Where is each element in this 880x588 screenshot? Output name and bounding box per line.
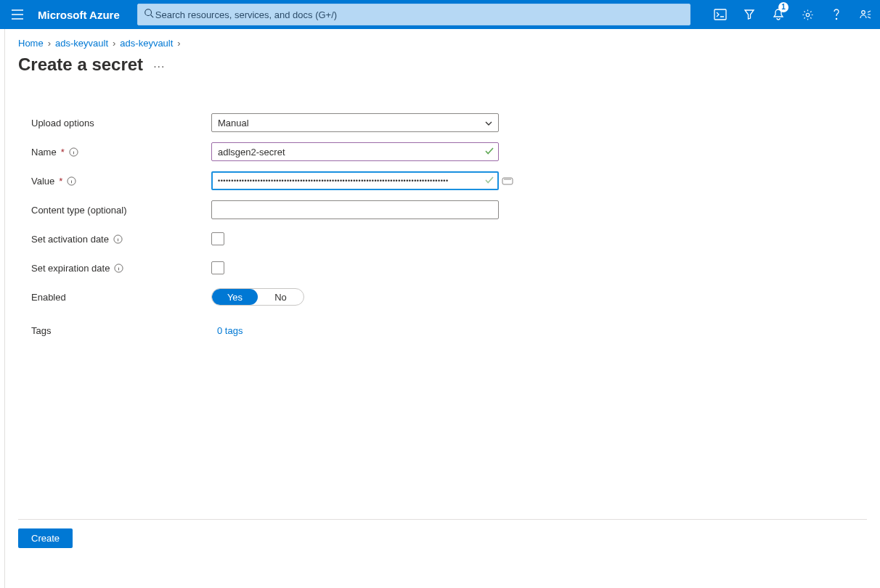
enabled-label: Enabled [31, 292, 66, 303]
breadcrumb-home[interactable]: Home [18, 38, 44, 49]
search-icon [144, 8, 154, 21]
reveal-password-icon[interactable] [502, 176, 515, 186]
page-body: Home › ads-keyvault › ads-keyvault › Cre… [4, 29, 880, 588]
svg-point-3 [836, 18, 836, 19]
global-search[interactable] [137, 4, 690, 25]
expiration-date-label: Set expiration date [31, 263, 110, 274]
required-marker: * [59, 176, 62, 187]
hamburger-menu-button[interactable] [0, 0, 35, 29]
svg-point-2 [806, 13, 810, 17]
page-title: Create a secret [18, 54, 143, 75]
page-footer: Create [18, 519, 867, 563]
chevron-right-icon: › [177, 38, 180, 49]
tags-link[interactable]: 0 tags [211, 325, 243, 336]
more-actions-button[interactable]: ··· [153, 56, 165, 73]
upload-options-select[interactable]: Manual [211, 113, 499, 132]
name-label: Name [31, 147, 57, 158]
chevron-right-icon: › [113, 38, 115, 49]
enabled-toggle[interactable]: Yes No [211, 288, 304, 306]
brand-label: Microsoft Azure [35, 9, 130, 21]
create-button[interactable]: Create [18, 528, 73, 548]
settings-icon[interactable] [793, 0, 822, 29]
svg-point-0 [145, 9, 152, 16]
breadcrumb: Home › ads-keyvault › ads-keyvault › [18, 38, 867, 49]
activation-date-checkbox[interactable] [211, 232, 224, 245]
tags-label: Tags [31, 325, 51, 336]
name-input[interactable] [211, 142, 499, 161]
content-type-input[interactable] [211, 200, 499, 219]
breadcrumb-keyvault-2[interactable]: ads-keyvault [120, 38, 173, 49]
info-icon[interactable] [69, 147, 78, 157]
directory-filter-icon[interactable] [735, 0, 764, 29]
content-type-label: Content type (optional) [31, 205, 127, 216]
enabled-no[interactable]: No [258, 289, 303, 305]
help-icon[interactable] [822, 0, 851, 29]
enabled-yes[interactable]: Yes [212, 289, 258, 305]
info-icon[interactable] [114, 264, 123, 273]
activation-date-label: Set activation date [31, 234, 109, 245]
value-input[interactable] [211, 171, 499, 190]
info-icon[interactable] [113, 234, 123, 244]
svg-rect-7 [502, 178, 513, 184]
info-icon[interactable] [67, 176, 76, 186]
global-search-input[interactable] [154, 9, 684, 21]
value-label: Value [31, 176, 54, 187]
breadcrumb-keyvault-1[interactable]: ads-keyvault [55, 38, 108, 49]
expiration-date-checkbox[interactable] [211, 261, 224, 274]
notification-badge: 1 [778, 2, 789, 12]
top-bar: Microsoft Azure 1 [0, 0, 880, 29]
svg-point-4 [862, 11, 865, 15]
chevron-right-icon: › [48, 38, 51, 49]
svg-rect-1 [714, 9, 726, 20]
cloud-shell-icon[interactable] [706, 0, 735, 29]
required-marker: * [61, 147, 65, 158]
upload-options-label: Upload options [31, 118, 94, 128]
notifications-icon[interactable]: 1 [764, 0, 793, 29]
create-secret-form: Upload options Manual Name * [18, 108, 541, 345]
feedback-icon[interactable] [851, 0, 880, 29]
